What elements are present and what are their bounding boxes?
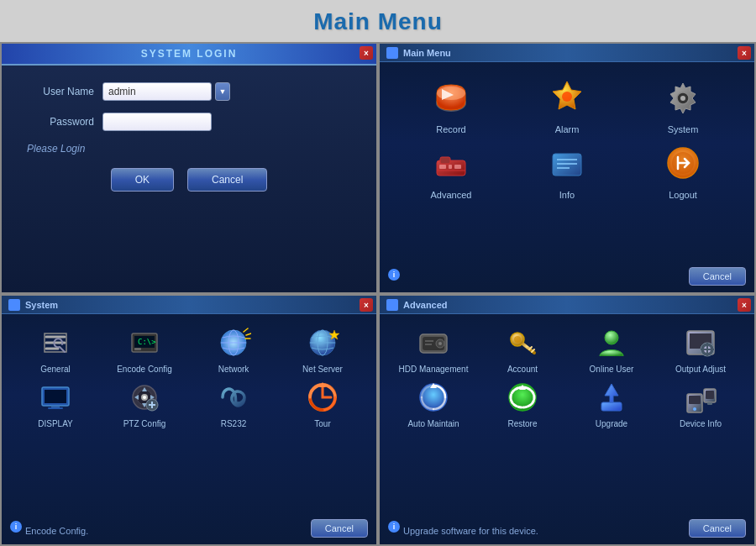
menu-item-advanced[interactable]: Advanced [396, 141, 506, 200]
username-dropdown[interactable]: ▼ [215, 82, 230, 101]
deviceinfo-label: Device Info [680, 419, 722, 428]
login-buttons: OK Cancel [27, 168, 351, 192]
advanced-cancel-button[interactable]: Cancel [689, 519, 746, 538]
svg-point-71 [693, 407, 696, 411]
rs232-label: RS232 [221, 419, 247, 428]
netserver-label: Net Server [302, 365, 343, 374]
svg-rect-34 [45, 390, 66, 403]
svg-point-53 [514, 336, 521, 343]
system-grid: General C:\> Encode Config [2, 314, 376, 438]
rs232-icon [215, 379, 252, 416]
sys-item-encode[interactable]: C:\> Encode Config [102, 324, 186, 374]
cancel-button[interactable]: Cancel [187, 168, 267, 192]
main-menu-titlebar: Main Menu [380, 44, 754, 62]
svg-point-49 [438, 342, 442, 345]
adv-item-outputadjust[interactable]: Output Adjust [659, 324, 743, 374]
general-label: General [40, 365, 71, 374]
adv-item-onlineuser[interactable]: Online User [570, 324, 654, 374]
network-label: Network [218, 365, 249, 374]
system-titlebar: System [2, 296, 376, 314]
sys-item-netserver[interactable]: Net Server [281, 324, 365, 374]
svg-rect-7 [439, 165, 446, 169]
svg-rect-23 [134, 348, 141, 350]
menu-item-logout[interactable]: Logout [628, 141, 738, 200]
svg-marker-68 [605, 384, 618, 402]
advanced-panel: Advanced × HD [378, 294, 756, 546]
adv-item-upgrade[interactable]: Upgrade [570, 379, 654, 428]
ptz-icon [126, 379, 163, 416]
sys-item-general[interactable]: General [13, 324, 97, 374]
logout-icon [661, 141, 705, 185]
onlineuser-label: Online User [590, 365, 634, 374]
adv-item-account[interactable]: Account [480, 324, 564, 374]
svg-rect-36 [48, 407, 63, 409]
ok-button[interactable]: OK [111, 168, 174, 192]
menu-item-record[interactable]: Record [396, 76, 506, 134]
advanced-info-dot: i [388, 521, 400, 533]
encode-label: Encode Config [117, 365, 172, 374]
svg-point-56 [605, 331, 618, 344]
logout-label: Logout [669, 190, 697, 200]
svg-point-2 [562, 92, 572, 102]
menu-item-alarm[interactable]: Alarm [512, 76, 622, 134]
svg-rect-74 [707, 402, 712, 405]
password-input[interactable] [102, 113, 212, 131]
sys-item-display[interactable]: DISPLAY [13, 379, 97, 428]
display-label: DISPLAY [38, 419, 73, 428]
menu-item-info[interactable]: Info [512, 141, 622, 200]
main-menu-close-button[interactable]: × [738, 46, 751, 60]
adv-item-automaintain[interactable]: Auto Maintain [391, 379, 475, 428]
upgrade-label: Upgrade [596, 419, 627, 428]
advanced-title: Advanced [403, 300, 448, 310]
login-close-button[interactable]: × [360, 46, 373, 60]
svg-point-1 [437, 87, 465, 100]
system-titlebar-icon [8, 299, 20, 311]
adv-item-deviceinfo[interactable]: Device Info [659, 379, 743, 428]
svg-rect-73 [706, 391, 714, 399]
netserver-icon [304, 324, 341, 361]
svg-point-40 [143, 396, 146, 399]
system-panel: System × Gene [0, 294, 378, 546]
username-input[interactable] [102, 82, 212, 101]
login-status: Please Login [27, 143, 351, 155]
main-menu-panel: Main Menu × [378, 42, 756, 294]
svg-line-28 [246, 333, 251, 335]
sys-item-ptz[interactable]: PTZ Config [102, 379, 186, 428]
sys-item-tour[interactable]: Tour [281, 379, 365, 428]
svg-rect-11 [553, 154, 581, 176]
advanced-titlebar: Advanced [380, 296, 754, 314]
sys-item-rs232[interactable]: RS232 [192, 379, 276, 428]
svg-rect-70 [689, 396, 701, 404]
sys-item-network[interactable]: Network [192, 324, 276, 374]
automaintain-label: Auto Maintain [407, 419, 459, 428]
advanced-grid: HDD Management [380, 314, 754, 438]
main-menu-cancel-button[interactable]: Cancel [689, 267, 746, 286]
advanced-close-button[interactable]: × [738, 298, 751, 312]
svg-line-27 [244, 328, 248, 332]
advanced-info-text: Upgrade software for this device. [403, 526, 538, 536]
system-cancel-button[interactable]: Cancel [311, 519, 368, 538]
password-field-group [102, 113, 212, 131]
restore-icon [504, 379, 541, 416]
outputadjust-icon [682, 324, 719, 361]
menu-item-system[interactable]: System [628, 76, 738, 134]
advanced-icon [429, 141, 473, 185]
display-icon [37, 379, 74, 416]
page-title: Main Menu [0, 0, 756, 42]
encode-icon: C:\> [126, 324, 163, 361]
password-label: Password [27, 116, 94, 128]
deviceinfo-icon [682, 379, 719, 416]
svg-text:C:\>: C:\> [138, 338, 156, 346]
username-field-group: ▼ [102, 82, 230, 101]
outputadjust-label: Output Adjust [675, 365, 726, 374]
system-label: System [668, 124, 699, 134]
system-info-dot: i [10, 521, 22, 533]
adv-item-restore[interactable]: Restore [480, 379, 564, 428]
login-titlebar: SYSTEM LOGIN [2, 44, 376, 66]
tour-label: Tour [314, 419, 330, 428]
onlineuser-icon [593, 324, 630, 361]
info-menu-icon [545, 141, 589, 185]
adv-item-hdd[interactable]: HDD Management [391, 324, 475, 374]
main-menu-grid: Record [380, 62, 754, 213]
system-close-button[interactable]: × [360, 298, 373, 312]
